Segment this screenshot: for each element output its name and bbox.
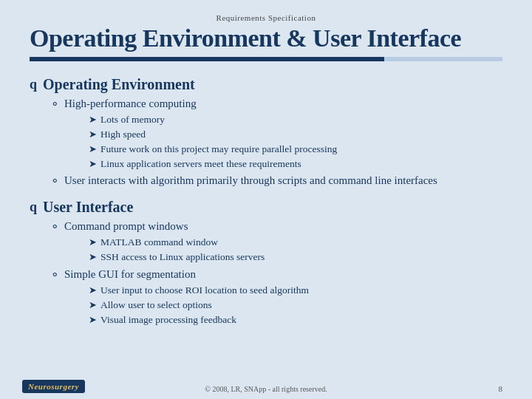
arrow-icon-5: ➤ (89, 236, 97, 250)
level2-label-6: SSH access to Linux applications servers (100, 250, 265, 265)
arrow-icon-3: ➤ (89, 143, 97, 157)
level1-bullet-4: ⚬ (50, 267, 60, 283)
slide-content: q Operating Environment ⚬ High-performan… (0, 67, 532, 382)
level2-group-3: ➤ User input to choose ROI location to s… (89, 283, 502, 327)
level2-label-8: Allow user to select options (100, 298, 212, 313)
level2-group-1: ➤ Lots of memory ➤ High speed ➤ Future w… (89, 112, 502, 171)
level2-item-5: ➤ MATLAB command window (89, 235, 502, 250)
level2-label-7: User input to choose ROI location to see… (100, 283, 309, 298)
level1-group-1: ⚬ High-performance computing ➤ Lots of m… (50, 96, 502, 171)
level1-group-4: ⚬ Simple GUI for segmentation ➤ User inp… (50, 267, 502, 327)
section-operating-environment: q Operating Environment ⚬ High-performan… (30, 76, 502, 191)
section-label-1: Operating Environment (43, 76, 195, 93)
footer-page: 8 (499, 384, 503, 393)
level1-label-3: Command prompt windows (64, 219, 188, 234)
level1-item-1: ⚬ High-performance computing (50, 96, 502, 112)
level2-label-5: MATLAB command window (100, 235, 218, 250)
level2-label-2: High speed (100, 127, 146, 142)
arrow-icon-6: ➤ (89, 250, 97, 265)
divider-bar (30, 57, 502, 61)
level2-item-6: ➤ SSH access to Linux applications serve… (89, 250, 502, 265)
level2-group-2: ➤ MATLAB command window ➤ SSH access to … (89, 235, 502, 265)
level2-label-1: Lots of memory (100, 112, 165, 127)
section-label-2: User Interface (43, 199, 133, 216)
level1-item-3: ⚬ Command prompt windows (50, 219, 502, 235)
slide-header: Requirements Specification Operating Env… (0, 0, 532, 67)
section-user-interface: q User Interface ⚬ Command prompt window… (30, 199, 502, 329)
slide-title: Operating Environment & User Interface (30, 24, 502, 52)
section-title-operating: q Operating Environment (30, 76, 502, 93)
section-title-ui: q User Interface (30, 199, 502, 216)
level2-item-7: ➤ User input to choose ROI location to s… (89, 283, 502, 298)
level2-item-8: ➤ Allow user to select options (89, 298, 502, 313)
level2-label-3: Future work on this project may require … (100, 142, 337, 157)
level1-item-4: ⚬ Simple GUI for segmentation (50, 267, 502, 283)
level1-group-2: ⚬ User interacts with algorithm primaril… (50, 173, 502, 189)
footer-logo: Neurosurgery (22, 380, 85, 393)
level1-bullet-3: ⚬ (50, 219, 60, 235)
arrow-icon-4: ➤ (89, 157, 97, 171)
level1-label-2: User interacts with algorithm primarily … (64, 173, 437, 188)
level2-item-1: ➤ Lots of memory (89, 112, 502, 127)
section-bullet-1: q (30, 77, 37, 92)
arrow-icon-7: ➤ (89, 284, 97, 298)
level1-label-4: Simple GUI for segmentation (64, 267, 196, 282)
slide-footer: Neurosurgery © 2008, LR, SNApp - all rig… (0, 382, 532, 399)
arrow-icon-8: ➤ (89, 299, 97, 313)
level1-group-3: ⚬ Command prompt windows ➤ MATLAB comman… (50, 219, 502, 265)
arrow-icon-1: ➤ (89, 113, 97, 127)
section-bullet-2: q (30, 200, 37, 215)
level1-bullet-2: ⚬ (50, 174, 60, 189)
level2-label-4: Linux application servers meet these req… (100, 157, 301, 171)
arrow-icon-2: ➤ (89, 128, 97, 142)
slide-subtitle: Requirements Specification (30, 13, 502, 22)
level2-label-9: Visual image processing feedback (100, 313, 236, 327)
footer-copyright: © 2008, LR, SNApp - all rights reserved. (205, 385, 327, 393)
divider-light (384, 57, 502, 61)
level2-item-4: ➤ Linux application servers meet these r… (89, 157, 502, 171)
level2-item-2: ➤ High speed (89, 127, 502, 142)
level2-item-9: ➤ Visual image processing feedback (89, 313, 502, 327)
level2-item-3: ➤ Future work on this project may requir… (89, 142, 502, 157)
level1-label-1: High-performance computing (64, 96, 197, 112)
arrow-icon-9: ➤ (89, 313, 97, 327)
level1-item-2: ⚬ User interacts with algorithm primaril… (50, 173, 502, 189)
divider-blue (30, 57, 384, 61)
level1-bullet-1: ⚬ (50, 97, 60, 112)
slide: Requirements Specification Operating Env… (0, 0, 532, 399)
